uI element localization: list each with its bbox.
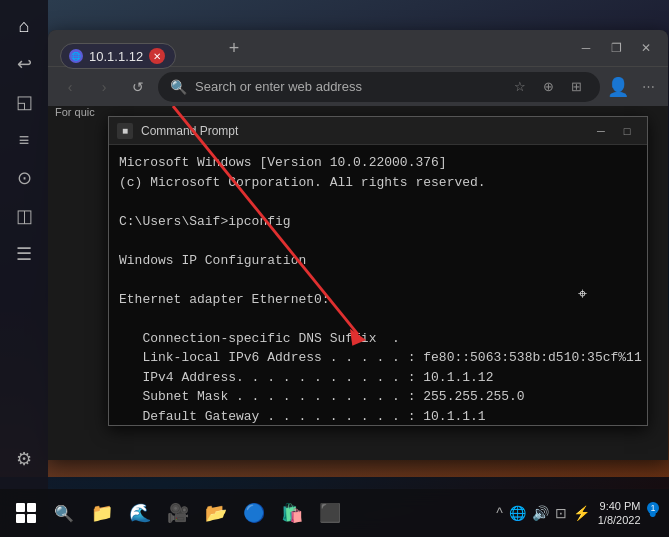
- network-icon[interactable]: 🌐: [509, 505, 526, 521]
- sidebar-icon-circle[interactable]: ⊙: [6, 160, 42, 196]
- sidebar-icon-settings[interactable]: ⚙: [6, 441, 42, 477]
- back-button[interactable]: ‹: [56, 73, 84, 101]
- display-icon[interactable]: ⊡: [555, 505, 567, 521]
- cmd-line-4: C:\Users\Saif>ipconfig: [119, 212, 637, 232]
- taskbar-zoom[interactable]: 🎥: [160, 495, 196, 531]
- browser-window: New tab ✕ + ─ ❐ ✕ ‹ › ↺ 🔍 Search or ente…: [48, 30, 668, 460]
- taskbar-edge[interactable]: 🌊: [122, 495, 158, 531]
- cmd-line-7: [119, 270, 637, 290]
- windows-logo-icon: [16, 503, 36, 523]
- cmd-line-9: [119, 309, 637, 329]
- new-tab-button[interactable]: +: [220, 34, 248, 62]
- notification-count: 1: [647, 502, 659, 514]
- tray-chevron-icon[interactable]: ^: [496, 505, 503, 521]
- sidebar-icon-back[interactable]: ↩: [6, 46, 42, 82]
- browser-window-controls: ─ ❐ ✕: [572, 34, 660, 62]
- taskbar-edge2[interactable]: 🔵: [236, 495, 272, 531]
- browser-content: ■ Command Prompt ─ □ Microsoft Windows […: [48, 106, 668, 460]
- restore-button[interactable]: ❐: [602, 34, 630, 62]
- bookmark-icon[interactable]: ☆: [508, 75, 532, 99]
- clock-time: 9:40 PM: [600, 499, 641, 513]
- sidebar-icon-square[interactable]: ◱: [6, 84, 42, 120]
- system-clock[interactable]: 9:40 PM 1/8/2022: [598, 499, 641, 528]
- clock-date: 1/8/2022: [598, 513, 641, 527]
- tab-close-button[interactable]: ✕: [190, 40, 206, 56]
- cmd-maximize-button[interactable]: □: [615, 121, 639, 141]
- cmd-line-ipv4: IPv4 Address. . . . . . . . . . . : 10.1…: [119, 368, 637, 388]
- taskbar-file-explorer[interactable]: 📁: [84, 495, 120, 531]
- cmd-line-gateway: Default Gateway . . . . . . . . . : 10.1…: [119, 407, 637, 426]
- cmd-line-6: Windows IP Configuration: [119, 251, 637, 271]
- left-sidebar: ⌂ ↩ ◱ ≡ ⊙ ◫ ☰ ⚙: [0, 0, 48, 537]
- cmd-line-ipv6: Link-local IPv6 Address . . . . . : fe80…: [119, 348, 637, 368]
- cmd-line-3: [119, 192, 637, 212]
- more-icon[interactable]: ⋯: [636, 75, 660, 99]
- cmd-line-dns: Connection-specific DNS Suffix .: [119, 329, 637, 349]
- cmd-line-2: (c) Microsoft Corporation. All rights re…: [119, 173, 637, 193]
- taskbar-folder[interactable]: 📂: [198, 495, 234, 531]
- ip-tab-close-button[interactable]: ✕: [149, 48, 165, 64]
- cmd-titlebar: ■ Command Prompt ─ □: [109, 117, 647, 145]
- cmd-line-1: Microsoft Windows [Version 10.0.22000.37…: [119, 153, 637, 173]
- edge-icon: 🌊: [129, 502, 151, 524]
- taskbar-right-area: ^ 🌐 🔊 ⊡ ⚡ 9:40 PM 1/8/2022 ● 1: [496, 499, 661, 528]
- ip-tab-favicon: 🌐: [69, 49, 83, 63]
- taskbar-store[interactable]: 🛍️: [274, 495, 310, 531]
- sidebar-bottom: ⚙: [6, 441, 42, 477]
- sidebar-icon-list[interactable]: ☰: [6, 236, 42, 272]
- network2-icon[interactable]: ⚡: [573, 505, 590, 521]
- cmd-app-icon: ■: [117, 123, 133, 139]
- search-icon: 🔍: [170, 79, 187, 95]
- address-bar-icons: ☆ ⊕ ⊞: [508, 75, 588, 99]
- close-button[interactable]: ✕: [632, 34, 660, 62]
- system-tray: ^ 🌐 🔊 ⊡ ⚡: [496, 505, 590, 521]
- browser-navbar: ‹ › ↺ 🔍 Search or enter web address ☆ ⊕ …: [48, 66, 668, 106]
- taskbar-terminal[interactable]: ⬛: [312, 495, 348, 531]
- reading-icon[interactable]: ⊕: [536, 75, 560, 99]
- for-quick-text: For quic: [55, 106, 95, 118]
- desktop: ⌂ ↩ ◱ ≡ ⊙ ◫ ☰ ⚙ New tab ✕ + ─ ❐ ✕ ‹: [0, 0, 669, 537]
- ip-address-tab[interactable]: 🌐 10.1.1.12 ✕: [60, 43, 176, 69]
- reload-button[interactable]: ↺: [124, 73, 152, 101]
- search-taskbar-button[interactable]: 🔍: [46, 495, 82, 531]
- start-button[interactable]: [8, 495, 44, 531]
- cmd-line-subnet: Subnet Mask . . . . . . . . . . . : 255.…: [119, 387, 637, 407]
- cmd-window-controls: ─ □: [589, 121, 639, 141]
- sidebar-icon-grid[interactable]: ◫: [6, 198, 42, 234]
- notification-area[interactable]: ● 1: [649, 504, 657, 522]
- taskbar: 🔍 📁 🌊 🎥 📂 🔵 🛍️ ⬛ ^ 🌐 🔊 ⊡ ⚡ 9:40 PM 1/8/2…: [0, 489, 669, 537]
- screenshot-icon[interactable]: ⊞: [564, 75, 588, 99]
- address-placeholder: Search or enter web address: [195, 79, 500, 94]
- profile-icon[interactable]: 👤: [606, 75, 630, 99]
- sidebar-icon-home[interactable]: ⌂: [6, 8, 42, 44]
- speaker-icon[interactable]: 🔊: [532, 505, 549, 521]
- cmd-title: Command Prompt: [141, 124, 581, 138]
- cmd-minimize-button[interactable]: ─: [589, 121, 613, 141]
- ip-tab-label: 10.1.1.12: [89, 49, 143, 64]
- address-bar[interactable]: 🔍 Search or enter web address ☆ ⊕ ⊞: [158, 72, 600, 102]
- cmd-line-5: [119, 231, 637, 251]
- cmd-line-8: Ethernet adapter Ethernet0:: [119, 290, 637, 310]
- cmd-body: Microsoft Windows [Version 10.0.22000.37…: [109, 145, 647, 425]
- forward-button[interactable]: ›: [90, 73, 118, 101]
- minimize-button[interactable]: ─: [572, 34, 600, 62]
- cmd-window: ■ Command Prompt ─ □ Microsoft Windows […: [108, 116, 648, 426]
- sidebar-icon-menu[interactable]: ≡: [6, 122, 42, 158]
